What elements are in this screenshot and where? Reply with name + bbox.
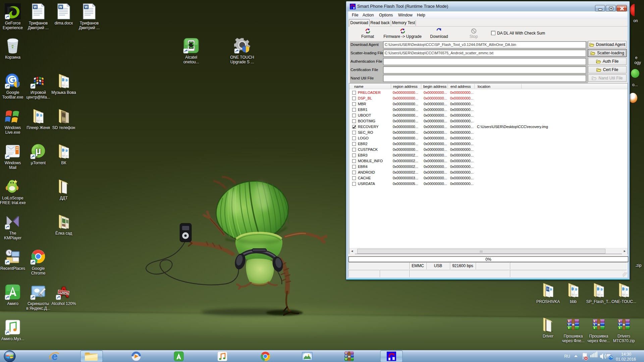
svg-text:RU: RU — [564, 354, 570, 359]
svg-text:µ: µ — [35, 145, 41, 156]
svg-text:14:30: 14:30 — [621, 352, 631, 357]
svg-text:e: e — [52, 350, 58, 362]
svg-text:120%: 120% — [59, 291, 69, 295]
svg-text:01.02.2016: 01.02.2016 — [616, 357, 636, 362]
